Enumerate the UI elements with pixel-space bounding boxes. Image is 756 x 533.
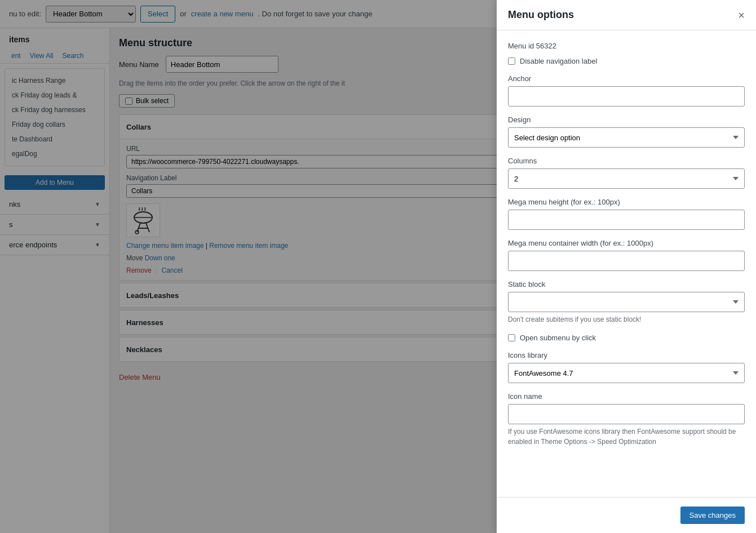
- main-wrapper: nu to edit: Header Bottom Select or crea…: [0, 0, 756, 533]
- icon-name-input[interactable]: [508, 404, 745, 424]
- open-submenu-checkbox[interactable]: [508, 334, 515, 341]
- open-submenu-label: Open submenu by click: [520, 334, 596, 342]
- modal-close-button[interactable]: ×: [738, 10, 745, 21]
- icons-library-select[interactable]: FontAwesome 4.7 FontAwesome 5: [508, 363, 745, 383]
- modal-title: Menu options: [508, 9, 574, 21]
- anchor-input[interactable]: [508, 86, 745, 106]
- fontawesome-hint: If you use FontAwesome icons library the…: [508, 427, 745, 447]
- save-changes-button[interactable]: Save changes: [680, 507, 745, 524]
- mega-height-label: Mega menu height (for ex.: 100px): [508, 198, 745, 206]
- mega-width-field: Mega menu container width (for ex.: 1000…: [508, 239, 745, 271]
- modal-menu-id: Menu id 56322: [508, 42, 745, 50]
- mega-width-label: Mega menu container width (for ex.: 1000…: [508, 239, 745, 247]
- modal-footer: Save changes: [497, 497, 756, 533]
- anchor-field: Anchor: [508, 74, 745, 106]
- mega-height-field: Mega menu height (for ex.: 100px): [508, 198, 745, 230]
- disable-label-checkbox[interactable]: [508, 57, 515, 65]
- modal-header: Menu options ×: [497, 0, 756, 30]
- icons-library-field: Icons library FontAwesome 4.7 FontAwesom…: [508, 351, 745, 383]
- mega-height-input[interactable]: [508, 210, 745, 230]
- static-block-field: Static block Don't create subitems if yo…: [508, 280, 745, 325]
- design-label: Design: [508, 116, 745, 124]
- modal-body: Menu id 56322 Disable navigation label A…: [497, 30, 756, 497]
- columns-select-wrap: 1 2 3 4: [508, 168, 745, 189]
- icon-name-field: Icon name If you use FontAwesome icons l…: [508, 392, 745, 447]
- icons-library-select-wrap: FontAwesome 4.7 FontAwesome 5: [508, 363, 745, 383]
- disable-label-row: Disable navigation label: [508, 57, 745, 65]
- design-select-wrap: Select design option: [508, 127, 745, 148]
- columns-field: Columns 1 2 3 4: [508, 157, 745, 189]
- icon-name-label: Icon name: [508, 392, 745, 401]
- disable-label-text: Disable navigation label: [520, 57, 597, 65]
- columns-select[interactable]: 1 2 3 4: [508, 168, 745, 189]
- static-block-hint: Don't create subitems if you use static …: [508, 314, 745, 325]
- static-block-select-wrap: [508, 292, 745, 312]
- open-submenu-row: Open submenu by click: [508, 334, 745, 342]
- static-block-label: Static block: [508, 280, 745, 288]
- columns-label: Columns: [508, 157, 745, 165]
- design-select[interactable]: Select design option: [508, 127, 745, 148]
- icons-library-label: Icons library: [508, 351, 745, 359]
- anchor-label: Anchor: [508, 74, 745, 83]
- menu-options-modal: Menu options × Menu id 56322 Disable nav…: [497, 0, 756, 533]
- static-block-select[interactable]: [508, 292, 745, 312]
- design-field: Design Select design option: [508, 116, 745, 148]
- mega-width-input[interactable]: [508, 251, 745, 271]
